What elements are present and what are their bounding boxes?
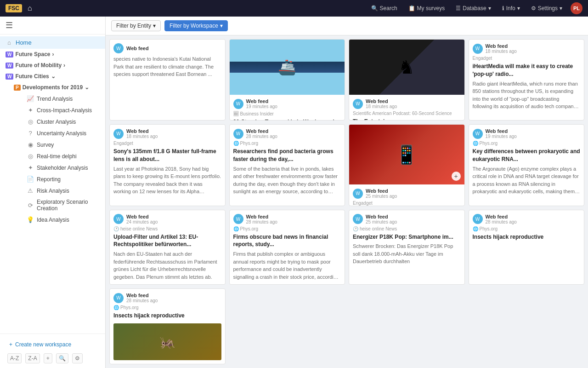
- sidebar-item-reporting[interactable]: 📄 Reporting: [22, 173, 105, 185]
- sidebar-item-cluster-analysis[interactable]: ◎ Cluster Analysis: [22, 116, 105, 127]
- feed-avatar-12: W: [113, 43, 124, 53]
- card-source-last: 🌐 Phys.org: [113, 305, 221, 310]
- feed-avatar-7: W: [473, 129, 483, 139]
- sidebar-item-future-space[interactable]: W Future Space ›: [0, 49, 105, 60]
- card-insects[interactable]: W Web feed 28 minutes ago 🌐 Phys.org Ins…: [109, 288, 226, 364]
- card-headline-5: Researchers find pond bacteria grows fas…: [233, 148, 341, 163]
- card-ship[interactable]: 🚢 W Web feed 19 minutes ago BI Business …: [229, 39, 345, 121]
- filter-workspace-button[interactable]: Filter by Workspace ▾: [164, 20, 228, 31]
- filter-entity-button[interactable]: Filter by Entity ▾: [111, 20, 161, 31]
- card-excerpt-3: Radio giant iHeartMedia, which runs more…: [473, 80, 581, 110]
- card-headline-2: The Entertainer: [353, 118, 461, 121]
- feed-avatar-3: W: [473, 44, 483, 54]
- sidebar-item-home[interactable]: ⌂ Home: [0, 36, 105, 49]
- create-workspace-button[interactable]: + Create new workspace: [6, 339, 100, 351]
- card-source-8: 🕐 heise online News: [113, 226, 221, 231]
- card-headline-8: Upload-Filter und Artikel 13: EU-Rechtsp…: [113, 233, 221, 249]
- idea-icon: 💡: [27, 216, 34, 223]
- stakeholder-icon: ✦: [27, 164, 34, 171]
- settings-button[interactable]: ⚙ Settings ▾: [528, 3, 565, 13]
- feed-time-6: 25 minutes ago: [366, 194, 461, 199]
- chevron-right-icon-2: ›: [63, 62, 65, 69]
- feed-time-3: 18 minutes ago: [486, 49, 581, 54]
- card-source-2: Scientific American Podcast: 60-Second S…: [353, 111, 461, 116]
- settings-chevron-icon: ▾: [560, 5, 562, 12]
- avatar[interactable]: PL: [571, 2, 582, 14]
- search-sidebar-button[interactable]: 🔍: [56, 353, 68, 363]
- sidebar-item-future-mobility[interactable]: W Future of Mobility ›: [0, 60, 105, 71]
- card-pond-bacteria[interactable]: W Web feed 28 minutes ago 🌐 Phys.org Res…: [229, 124, 345, 206]
- sidebar-item-future-cities[interactable]: W Future Cities ⌄: [0, 71, 105, 82]
- card-excerpt-5: Some of the bacteria that live in ponds,…: [233, 165, 341, 196]
- sidebar-item-exploratory-scenario[interactable]: ⟳ Exploratory Scenario Creation: [22, 196, 105, 214]
- sort-new-button[interactable]: +: [44, 353, 52, 363]
- trend-icon: 📈: [27, 95, 34, 102]
- card-iheartmedia[interactable]: W Web feed 18 minutes ago Engadget iHear…: [469, 39, 585, 121]
- card-add-button-6[interactable]: +: [452, 172, 461, 181]
- feed-avatar-1: W: [233, 99, 243, 109]
- sidebar-item-developments-2019[interactable]: P Developments for 2019 ⌄: [11, 82, 105, 93]
- card-financial-reports[interactable]: W Web feed 28 minutes ago 🌐 Phys.org Fir…: [229, 210, 345, 285]
- card-headline-4: Sony's 135mm f/1.8 G Master full-frame l…: [113, 148, 221, 163]
- feed-title-1: Web feed: [246, 98, 341, 104]
- uncertainty-icon: ?: [27, 130, 34, 137]
- info-button[interactable]: ℹ Info ▾: [499, 3, 523, 13]
- home-nav-icon: ⌂: [6, 39, 13, 46]
- feed-title-10: Web feed: [366, 214, 461, 219]
- my-surveys-button[interactable]: 📋 My surveys: [406, 3, 448, 13]
- card-headline-3: iHeartMedia will make it easy to create …: [473, 63, 581, 78]
- sidebar-bottom: + Create new workspace A-Z Z-A + 🔍 ⚙: [0, 334, 105, 368]
- card-excerpt-10: Schwerer Brocken: Das Energizer P18K Pop…: [353, 242, 461, 265]
- main-content: Filter by Entity ▾ Filter by Workspace ▾…: [106, 17, 588, 368]
- sidebar-item-survey[interactable]: ◉ Survey: [22, 139, 105, 150]
- feed-avatar-2: W: [353, 99, 363, 109]
- database-button[interactable]: ☰ Database ▾: [453, 3, 493, 13]
- card-huawei[interactable]: 📱 + W Web feed 25 minutes ago Engadget: [349, 124, 465, 206]
- card-excerpt-7: The Argonaute (Ago) enzyme complex plays…: [473, 165, 581, 196]
- card-source-4: Engadget: [113, 141, 221, 146]
- card-energizer[interactable]: W Web feed 25 minutes ago 🕐 heise online…: [349, 210, 465, 285]
- feed-title-7: Web feed: [486, 128, 581, 134]
- sidebar-menu-icon[interactable]: ☰: [6, 21, 13, 30]
- chevron-right-icon: ›: [52, 51, 54, 58]
- sort-az-button[interactable]: A-Z: [7, 353, 22, 363]
- card-entertainer[interactable]: ♞ W Web feed 18 minutes ago Scientific A…: [349, 39, 465, 121]
- feed-avatar-5: W: [233, 129, 243, 139]
- reporting-icon: 📄: [27, 176, 34, 183]
- card-rna[interactable]: W Web feed 19 minutes ago 🌐 Phys.org Key…: [469, 124, 585, 206]
- database-icon: ☰: [456, 5, 461, 12]
- card-headline-9: Firms obscure bad news in financial repo…: [233, 233, 341, 249]
- feed-title-last: Web feed: [126, 293, 221, 298]
- sidebar-item-real-time-delphi[interactable]: ◎ Real-time delphi: [22, 150, 105, 162]
- sidebar-top: ☰: [0, 17, 105, 34]
- feed-avatar-9: W: [233, 214, 243, 224]
- filter-sidebar-button[interactable]: ⚙: [72, 353, 83, 363]
- feed-title-3: Web feed: [486, 43, 581, 49]
- sidebar-item-trend-analysis[interactable]: 📈 Trend Analysis: [22, 93, 105, 104]
- sidebar-item-uncertainty[interactable]: ? Uncertainty Analysis: [22, 127, 105, 139]
- settings-icon: ⚙: [531, 5, 536, 12]
- home-icon[interactable]: ⌂: [28, 4, 32, 12]
- feed-avatar-11: W: [473, 214, 483, 224]
- card-source-3: Engadget: [473, 56, 581, 61]
- sidebar-item-stakeholder[interactable]: ✦ Stakeholder Analysis: [22, 162, 105, 173]
- card-source-6: Engadget: [353, 201, 461, 206]
- card-sony[interactable]: W Web feed 18 minutes ago Engadget Sony'…: [109, 124, 226, 206]
- sidebar-item-risk-analysis[interactable]: ⚠ Risk Analysis: [22, 185, 105, 196]
- card-excerpt-9: Firms that publish complex or ambiguous …: [233, 250, 341, 281]
- sidebar-item-cross-impact[interactable]: ✦ Cross-Impact-Analysis: [22, 104, 105, 116]
- search-button[interactable]: 🔍 Search: [368, 3, 400, 13]
- info-chevron-icon: ▾: [517, 5, 520, 12]
- card-more[interactable]: W Web feed 28 minutes ago 🌐 Phys.org Ins…: [469, 210, 585, 285]
- feed-title-6: Web feed: [366, 188, 461, 194]
- feed-time-4: 18 minutes ago: [126, 134, 221, 139]
- feed-time-7: 19 minutes ago: [486, 134, 581, 139]
- feed-time-2: 18 minutes ago: [366, 104, 461, 109]
- sort-za-button[interactable]: Z-A: [25, 353, 40, 363]
- feed-time-11: 28 minutes ago: [486, 219, 581, 224]
- feed-avatar-last: W: [113, 293, 124, 303]
- feed-title-8: Web feed: [126, 214, 221, 219]
- card-upload-filter[interactable]: W Web feed 24 minutes ago 🕐 heise online…: [109, 210, 226, 285]
- sidebar-item-idea-analysis[interactable]: 💡 Idea Analysis: [22, 214, 105, 225]
- card-species[interactable]: W Web feed species native to Indonesia's…: [109, 39, 226, 121]
